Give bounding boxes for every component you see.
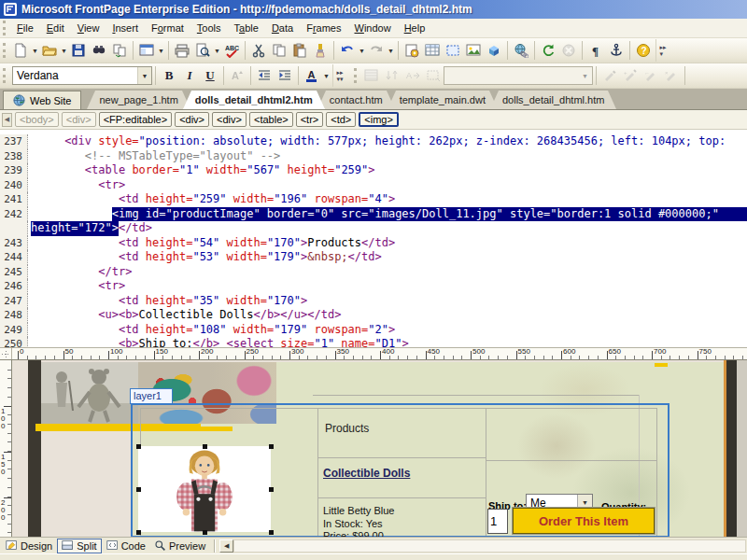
- menu-format[interactable]: Format: [145, 21, 190, 35]
- menu-data[interactable]: Data: [265, 21, 300, 35]
- quick-tag-td[interactable]: <td>: [326, 112, 356, 127]
- selection-handle[interactable]: [203, 530, 207, 535]
- svg-text:¶: ¶: [592, 44, 599, 58]
- quantity-input[interactable]: [487, 509, 508, 534]
- quick-tag-scroll-left-icon[interactable]: ◀: [2, 113, 12, 127]
- insert-layer-button[interactable]: [443, 40, 463, 61]
- view-tab-preview[interactable]: Preview: [150, 539, 209, 553]
- product-image-selected[interactable]: [138, 446, 271, 532]
- open-folder-dropdown-icon[interactable]: ▼: [60, 40, 68, 61]
- web-component-button[interactable]: [402, 40, 422, 61]
- print-button[interactable]: [172, 40, 192, 61]
- design-canvas[interactable]: layer1 Products Collectible Dolls Little…: [0, 360, 747, 538]
- tab-contact-htm[interactable]: contact.htm: [317, 91, 395, 109]
- bold-button[interactable]: B: [159, 65, 179, 86]
- quick-tag-FPeditable[interactable]: <FP:editable>: [99, 112, 173, 127]
- copy-button[interactable]: [269, 40, 289, 61]
- tab-dolls_detail_dhtml2-htm[interactable]: dolls_detail_dhtml2.htm: [183, 91, 325, 109]
- cut-button[interactable]: [248, 40, 269, 61]
- quick-tag-div[interactable]: <div>: [212, 112, 247, 127]
- layer-name-tab[interactable]: layer1: [130, 388, 173, 404]
- data-view-combobox[interactable]: ▼: [444, 66, 593, 85]
- menu-file[interactable]: File: [10, 21, 40, 35]
- font-color-button[interactable]: A: [302, 65, 322, 86]
- hscroll-track[interactable]: [233, 539, 746, 553]
- selection-handle[interactable]: [136, 530, 141, 535]
- selection-handle[interactable]: [136, 487, 141, 492]
- indent-button[interactable]: [275, 65, 295, 86]
- quick-tag-body[interactable]: <body>: [15, 112, 59, 127]
- outdent-button[interactable]: [254, 65, 275, 86]
- insert-picture-button[interactable]: [463, 40, 484, 61]
- toggle-pane-dropdown-icon[interactable]: ▼: [157, 40, 165, 61]
- quick-tag-tr[interactable]: <tr>: [296, 112, 324, 127]
- preview-page-dropdown-icon[interactable]: ▼: [213, 40, 221, 61]
- tab-template_main-dwt[interactable]: template_main.dwt: [388, 91, 498, 109]
- menu-view[interactable]: View: [71, 21, 106, 35]
- menu-frames[interactable]: Frames: [300, 21, 347, 35]
- tab-dolls_detail_dhtml-htm[interactable]: dolls_detail_dhtml.htm: [490, 91, 616, 109]
- open-folder-button[interactable]: [39, 40, 60, 61]
- formatting-options-button[interactable]: ▸▸▾▾: [332, 64, 346, 87]
- menu-window[interactable]: Window: [347, 21, 397, 35]
- hyperlink-button[interactable]: [511, 40, 531, 61]
- paste-button[interactable]: [289, 40, 310, 61]
- tab-web-site[interactable]: Web Site: [3, 91, 81, 109]
- refresh-button[interactable]: [538, 40, 558, 61]
- collectible-dolls-link[interactable]: Collectible Dolls: [323, 467, 410, 480]
- ruler-label: 50: [65, 348, 74, 356]
- code-view[interactable]: 237 <div style="position: absolute; widt…: [0, 130, 747, 347]
- save-button[interactable]: [68, 40, 89, 61]
- toolbar-options-button[interactable]: ▸▸▾: [655, 39, 669, 62]
- format-painter-button[interactable]: [310, 40, 331, 61]
- view-tab-code[interactable]: Code: [103, 539, 149, 553]
- order-this-item-button[interactable]: Order This Item: [513, 508, 655, 534]
- window-title: Microsoft FrontPage Enterprise Edition -…: [21, 3, 472, 16]
- undo-button[interactable]: [337, 40, 358, 61]
- drawing-button[interactable]: [484, 40, 504, 61]
- bookmark-button[interactable]: [606, 40, 627, 61]
- selection-handle[interactable]: [269, 444, 274, 449]
- dv-az-button: A: [402, 65, 423, 86]
- quick-tag-div[interactable]: <div>: [175, 112, 209, 127]
- font-color-dropdown-icon[interactable]: ▼: [322, 65, 331, 86]
- spelling-button[interactable]: ABC: [221, 40, 242, 61]
- help-button[interactable]: ?: [633, 40, 654, 61]
- view-tab-design[interactable]: Design: [2, 539, 56, 553]
- view-tab-split[interactable]: Split: [57, 539, 101, 553]
- quick-tag-img[interactable]: <img>: [359, 112, 399, 127]
- selection-handle[interactable]: [136, 444, 141, 449]
- menu-table[interactable]: Table: [228, 21, 265, 35]
- insert-table-button[interactable]: [422, 40, 443, 61]
- hscroll-left-button[interactable]: ◀: [219, 539, 233, 553]
- toolbar-grip: [3, 43, 7, 58]
- selection-handle[interactable]: [269, 530, 274, 535]
- undo-dropdown-icon[interactable]: ▼: [358, 40, 366, 61]
- layer-name-label: layer1: [134, 390, 162, 401]
- menu-help[interactable]: Help: [398, 21, 432, 35]
- italic-button[interactable]: I: [179, 65, 200, 86]
- ruler-major-tick: [245, 351, 246, 359]
- selection-handle[interactable]: [269, 487, 274, 492]
- underline-button[interactable]: U: [200, 65, 220, 86]
- new-page-button[interactable]: [10, 40, 31, 61]
- web-component-icon: [404, 43, 419, 58]
- find-button[interactable]: [89, 40, 109, 61]
- preview-page-button[interactable]: [192, 40, 213, 61]
- menu-tools[interactable]: Tools: [190, 21, 228, 35]
- menu-edit[interactable]: Edit: [40, 21, 71, 35]
- menu-insert[interactable]: Insert: [106, 21, 145, 35]
- new-page-dropdown-icon[interactable]: ▼: [31, 40, 39, 61]
- quick-tag-table[interactable]: <table>: [249, 112, 293, 127]
- doll-image: [165, 448, 244, 532]
- font-combo-arrow-icon[interactable]: ▼: [137, 67, 151, 84]
- font-name-combobox[interactable]: Verdana ▼: [12, 66, 152, 85]
- show-all-button[interactable]: ¶: [585, 40, 606, 61]
- publish-button[interactable]: [109, 40, 130, 61]
- toggle-pane-button[interactable]: [136, 40, 157, 61]
- code-text: <b>Ship to:</b> <select size="1" name="D…: [28, 337, 409, 347]
- tab-new_page_1-htm[interactable]: new_page_1.htm: [87, 91, 190, 109]
- quick-tag-div[interactable]: <div>: [62, 112, 96, 127]
- selection-handle[interactable]: [203, 444, 207, 449]
- design-view[interactable]: 100150200: [0, 360, 747, 538]
